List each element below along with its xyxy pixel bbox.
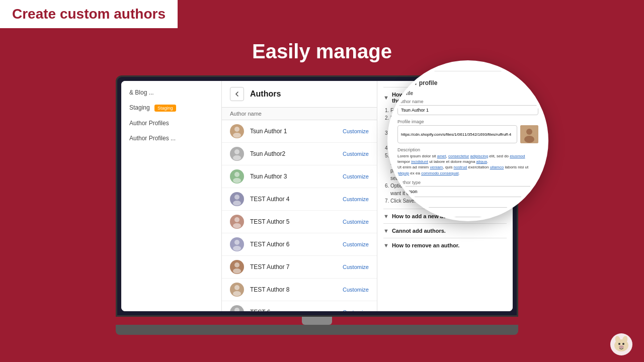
svg-point-18	[233, 291, 241, 296]
author-profile-panel: Author profile Profile Author name Profi…	[390, 73, 545, 218]
author-row: TEST Author 6Customize	[222, 233, 377, 256]
laptop-base	[116, 325, 518, 335]
profile-image-thumb	[520, 125, 538, 143]
customize-button[interactable]: Customize	[343, 196, 369, 202]
dog-icon	[609, 332, 634, 357]
description-text: Lorem ipsum dolor sit amet, consectetur …	[397, 153, 538, 176]
main-content: Authors Author name Tsun Author 1Customi…	[222, 81, 377, 311]
accordion-arrow-right-3: ▼	[383, 242, 389, 248]
author-avatar	[230, 147, 244, 161]
svg-point-3	[234, 127, 239, 132]
svg-point-11	[234, 217, 239, 222]
author-row: TEST 6Customize	[222, 301, 377, 311]
author-name: TEST Author 7	[250, 263, 343, 270]
author-row: Tsun Author 1Customize	[222, 120, 377, 143]
author-name: TEST Author 5	[250, 218, 343, 225]
customize-button[interactable]: Customize	[343, 151, 369, 157]
authors-header: Authors	[222, 81, 377, 108]
svg-point-31	[618, 343, 620, 345]
profile-image-url-input[interactable]	[397, 125, 517, 143]
page-title: Create custom authors	[12, 6, 166, 22]
authors-title: Authors	[250, 89, 281, 99]
accordion-header-cannot-add[interactable]: ▼ Cannot add authors.	[383, 228, 507, 234]
svg-point-12	[233, 223, 241, 228]
svg-point-16	[233, 268, 241, 274]
zoom-content: ... Stg Author profile Profile Author na…	[390, 63, 545, 218]
profile-image-row	[397, 125, 538, 143]
author-name: TEST Author 6	[250, 241, 343, 248]
center-heading: Easily manage	[0, 40, 644, 63]
author-row: TEST Author 7Customize	[222, 256, 377, 279]
svg-point-1	[526, 129, 532, 135]
customize-button[interactable]: Customize	[343, 219, 369, 225]
author-name: TEST Author 4	[250, 196, 343, 203]
profile-image-label: Profile image	[397, 119, 538, 124]
author-list: Tsun Author 1CustomizeTsun Author2Custom…	[222, 120, 377, 311]
svg-point-2	[524, 136, 534, 143]
profile-panel-title: Author profile	[397, 79, 538, 86]
author-name-label: Author name	[397, 99, 538, 104]
author-name: TEST Author 8	[250, 286, 343, 293]
sidebar-item-blog[interactable]: & Blog ...	[121, 85, 221, 100]
customize-button[interactable]: Customize	[343, 309, 369, 311]
author-avatar	[230, 260, 244, 274]
author-name-input[interactable]	[397, 105, 538, 115]
title-box: Create custom authors	[0, 0, 178, 28]
svg-point-6	[233, 155, 241, 160]
accordion-arrow-right-1: ▼	[383, 213, 389, 219]
laptop-mockup: ... Stg Author profile Profile Author na…	[116, 75, 518, 337]
author-avatar	[230, 215, 244, 229]
accordion-cannot-add: ▼ Cannot add authors.	[383, 223, 507, 238]
author-row: TEST Author 8Customize	[222, 279, 377, 301]
sidebar: & Blog ... Staging Staging Author Profil…	[121, 81, 222, 311]
svg-point-9	[234, 195, 239, 200]
customize-button[interactable]: Customize	[343, 287, 369, 293]
sidebar-item-staging[interactable]: Staging Staging	[121, 100, 221, 116]
author-avatar	[230, 169, 244, 184]
svg-point-15	[234, 262, 239, 267]
customize-button[interactable]: Customize	[343, 128, 369, 134]
svg-point-33	[619, 345, 624, 348]
author-type-select[interactable]: Person	[397, 186, 538, 197]
svg-point-14	[233, 246, 241, 251]
author-avatar	[230, 192, 244, 206]
accordion-header-remove-author[interactable]: ▼ How to remove an author.	[383, 242, 507, 248]
author-avatar	[230, 283, 244, 297]
sidebar-item-author-profiles-2[interactable]: Author Profiles ...	[121, 131, 221, 146]
profile-section-label: Profile	[397, 90, 538, 96]
accordion-arrow-down: ▼	[383, 95, 389, 101]
accordion-arrow-right-2: ▼	[383, 228, 389, 234]
author-row: Tsun Author2Customize	[222, 143, 377, 165]
author-name: Tsun Author 3	[250, 173, 343, 180]
accordion-label-cannot-add: Cannot add authors.	[392, 228, 446, 234]
description-label: Description	[397, 147, 538, 152]
author-avatar	[230, 305, 244, 311]
author-row: TEST Author 5Customize	[222, 211, 377, 233]
accordion-remove-author: ▼ How to remove an author.	[383, 238, 507, 252]
accordion-label-remove-author: How to remove an author.	[392, 242, 459, 248]
back-button[interactable]	[230, 87, 244, 101]
author-name: Tsun Author 1	[250, 128, 343, 135]
author-list-header: Author name	[222, 108, 377, 120]
breadcrumb: ... Stg	[390, 63, 545, 71]
author-avatar	[230, 237, 244, 251]
svg-point-19	[234, 308, 239, 311]
sidebar-menu: & Blog ... Staging Staging Author Profil…	[121, 81, 221, 150]
staging-badge: Staging	[154, 105, 176, 112]
author-name: Tsun Author2	[250, 150, 343, 157]
author-row: TEST Author 4Customize	[222, 188, 377, 211]
svg-point-7	[234, 172, 239, 177]
svg-point-32	[622, 343, 624, 345]
svg-point-8	[233, 178, 241, 183]
svg-point-13	[234, 240, 239, 245]
sidebar-item-author-profiles[interactable]: Author Profiles	[121, 116, 221, 131]
laptop-notch	[302, 317, 332, 325]
author-row: Tsun Author 3Customize	[222, 165, 377, 188]
author-type-label: Author type	[397, 180, 538, 185]
customize-button[interactable]: Customize	[343, 241, 369, 247]
customize-button[interactable]: Customize	[343, 264, 369, 270]
customize-button[interactable]: Customize	[343, 173, 369, 179]
zoom-circle: ... Stg Author profile Profile Author na…	[387, 60, 548, 221]
svg-point-10	[233, 201, 241, 206]
author-name: TEST 6	[250, 309, 343, 311]
